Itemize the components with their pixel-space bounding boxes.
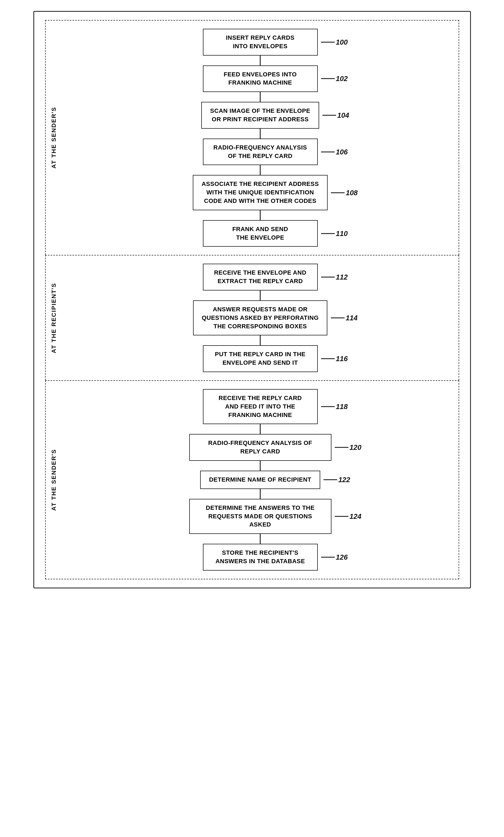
page: AT THE SENDER'SINSERT REPLY CARDSINTO EN… [33,11,471,588]
step-number-s114: 114 [346,314,357,322]
tick-line [322,115,336,115]
step-box-s126: STORE THE RECIPIENT'SANSWERS IN THE DATA… [203,544,318,571]
step-box-container: INSERT REPLY CARDSINTO ENVELOPES100 [203,29,318,56]
step-number-s126: 126 [336,553,348,561]
flow-step-s100: INSERT REPLY CARDSINTO ENVELOPES100 [68,29,453,56]
step-number-wrap-s116: 116 [321,355,348,363]
box-wrap: RADIO-FREQUENCY ANALYSISOF THE REPLY CAR… [203,129,318,165]
box-wrap: PUT THE REPLY CARD IN THEENVELOPE AND SE… [203,335,318,372]
step-number-s120: 120 [350,443,361,452]
section-senders-top: AT THE SENDER'SINSERT REPLY CARDSINTO EN… [45,20,459,255]
flow-step-s112: RECEIVE THE ENVELOPE ANDEXTRACT THE REPL… [68,264,453,290]
step-number-wrap-s122: 122 [323,476,350,484]
step-box-s100: INSERT REPLY CARDSINTO ENVELOPES [203,29,318,56]
step-number-wrap-s100: 100 [321,38,348,46]
flow-area: RECEIVE THE ENVELOPE ANDEXTRACT THE REPL… [62,255,459,380]
step-box-container: PUT THE REPLY CARD IN THEENVELOPE AND SE… [203,345,318,372]
connector-line [260,56,261,66]
section-label-wrap: AT THE SENDER'S [46,20,62,255]
step-box-container: RADIO-FREQUENCY ANALYSIS OF REPLY CARD12… [189,434,332,461]
outer-border: AT THE SENDER'SINSERT REPLY CARDSINTO EN… [33,11,471,588]
step-box-s116: PUT THE REPLY CARD IN THEENVELOPE AND SE… [203,345,318,372]
step-box-s106: RADIO-FREQUENCY ANALYSISOF THE REPLY CAR… [203,139,318,165]
step-box-container: DETERMINE THE ANSWERS TO THEREQUESTS MAD… [189,499,332,534]
box-wrap: ASSOCIATE THE RECIPIENT ADDRESSWITH THE … [193,165,328,210]
step-box-s108: ASSOCIATE THE RECIPIENT ADDRESSWITH THE … [193,175,328,210]
section-label-wrap: AT THE RECIPIENT'S [46,255,62,380]
flow-step-s104: SCAN IMAGE OF THE ENVELOPEOR PRINT RECIP… [68,92,453,129]
tick-line [331,318,344,318]
flow-step-s114: ANSWER REQUESTS MADE ORQUESTIONS ASKED B… [68,290,453,335]
flow-step-s110: FRANK AND SENDTHE ENVELOPE110 [68,210,453,247]
tick-line [321,42,335,42]
step-number-wrap-s124: 124 [335,512,361,520]
step-number-s108: 108 [346,189,357,197]
section-label: AT THE SENDER'S [50,107,57,169]
step-box-container: RADIO-FREQUENCY ANALYSISOF THE REPLY CAR… [203,139,318,165]
step-number-s124: 124 [350,512,361,520]
flow-step-s118: RECEIVE THE REPLY CARDAND FEED IT INTO T… [68,389,453,424]
step-number-wrap-s106: 106 [321,147,348,156]
flow-step-s126: STORE THE RECIPIENT'SANSWERS IN THE DATA… [68,534,453,571]
connector-line [260,534,261,544]
tick-line [321,152,335,152]
step-number-s112: 112 [336,273,348,282]
step-box-container: RECEIVE THE REPLY CARDAND FEED IT INTO T… [203,389,318,424]
tick-line [321,277,335,278]
connector-line [260,92,261,102]
tick-line [323,479,337,480]
connector-line [260,335,261,345]
step-number-s118: 118 [336,403,348,411]
step-box-s114: ANSWER REQUESTS MADE ORQUESTIONS ASKED B… [193,300,328,335]
step-box-container: FRANK AND SENDTHE ENVELOPE110 [203,220,318,247]
box-wrap: RADIO-FREQUENCY ANALYSIS OF REPLY CARD12… [189,424,332,461]
section-senders-bottom: AT THE SENDER'SRECEIVE THE REPLY CARDAND… [45,380,459,580]
step-box-s120: RADIO-FREQUENCY ANALYSIS OF REPLY CARD [189,434,332,461]
box-wrap: DETERMINE THE ANSWERS TO THEREQUESTS MAD… [189,489,332,534]
flow-step-s124: DETERMINE THE ANSWERS TO THEREQUESTS MAD… [68,489,453,534]
box-wrap: RECEIVE THE ENVELOPE ANDEXTRACT THE REPL… [203,264,318,290]
step-box-s112: RECEIVE THE ENVELOPE ANDEXTRACT THE REPL… [203,264,318,290]
flow-area: INSERT REPLY CARDSINTO ENVELOPES100FEED … [62,20,459,255]
step-number-s102: 102 [336,74,348,83]
box-wrap: FEED ENVELOPES INTOFRANKING MACHINE102 [203,56,318,92]
step-number-wrap-s118: 118 [321,403,348,411]
step-number-s122: 122 [338,476,350,484]
step-number-wrap-s104: 104 [322,111,349,119]
step-number-s100: 100 [336,38,348,46]
flow-step-s106: RADIO-FREQUENCY ANALYSISOF THE REPLY CAR… [68,129,453,165]
tick-line [321,557,335,557]
section-label-wrap: AT THE SENDER'S [46,381,62,579]
step-box-s110: FRANK AND SENDTHE ENVELOPE [203,220,318,247]
step-box-container: DETERMINE NAME OF RECIPIENT122 [200,471,320,489]
section-label: AT THE SENDER'S [50,449,57,511]
step-number-wrap-s114: 114 [331,314,357,322]
flow-step-s120: RADIO-FREQUENCY ANALYSIS OF REPLY CARD12… [68,424,453,461]
tick-line [321,78,335,79]
step-number-wrap-s108: 108 [331,189,357,197]
box-wrap: INSERT REPLY CARDSINTO ENVELOPES100 [203,29,318,56]
step-box-s104: SCAN IMAGE OF THE ENVELOPEOR PRINT RECIP… [201,102,319,129]
box-wrap: FRANK AND SENDTHE ENVELOPE110 [203,210,318,247]
step-box-container: ANSWER REQUESTS MADE ORQUESTIONS ASKED B… [193,300,328,335]
step-box-container: SCAN IMAGE OF THE ENVELOPEOR PRINT RECIP… [201,102,319,129]
box-wrap: STORE THE RECIPIENT'SANSWERS IN THE DATA… [203,534,318,571]
connector-line [260,129,261,139]
step-number-s110: 110 [336,229,348,238]
step-number-s106: 106 [336,147,348,156]
tick-line [331,192,344,193]
connector-line [260,424,261,434]
step-box-container: FEED ENVELOPES INTOFRANKING MACHINE102 [203,66,318,92]
connector-line [260,461,261,471]
connector-line [260,210,261,220]
flow-area: RECEIVE THE REPLY CARDAND FEED IT INTO T… [62,381,459,579]
step-number-wrap-s126: 126 [321,553,348,561]
tick-line [321,358,335,359]
connector-line [260,489,261,499]
flow-step-s102: FEED ENVELOPES INTOFRANKING MACHINE102 [68,56,453,92]
box-wrap: SCAN IMAGE OF THE ENVELOPEOR PRINT RECIP… [201,92,319,129]
step-box-s118: RECEIVE THE REPLY CARDAND FEED IT INTO T… [203,389,318,424]
tick-line [321,406,335,407]
step-number-s116: 116 [336,355,348,363]
step-number-s104: 104 [337,111,349,119]
